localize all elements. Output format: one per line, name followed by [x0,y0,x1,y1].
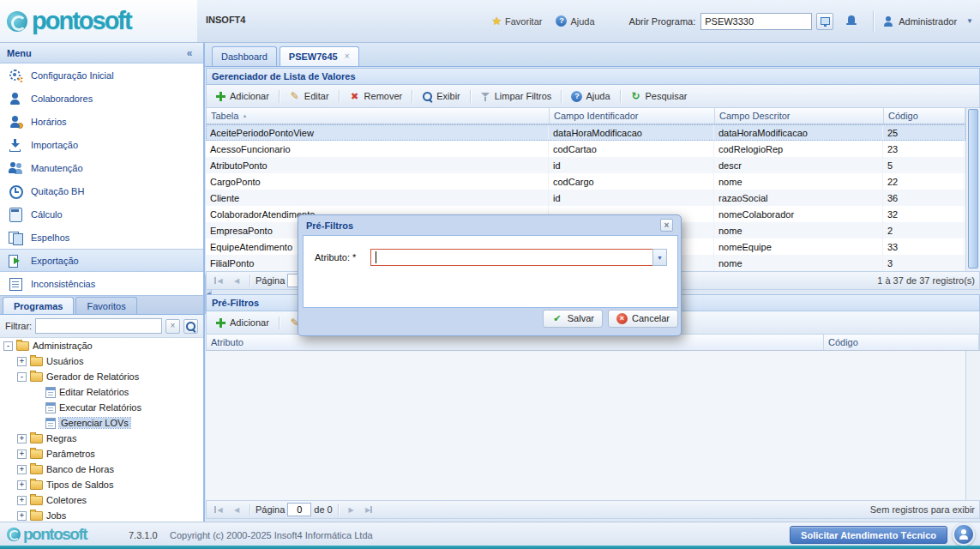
favorite-button[interactable]: ★ Favoritar [491,15,542,27]
expander-icon[interactable]: + [17,434,27,443]
column-header-atributo[interactable]: Atributo [207,335,824,350]
add-button[interactable]: Adicionar [210,88,274,105]
sidebar-item-label: Cálculo [31,209,63,220]
tree-node-label: Tipos de Saldos [46,480,113,490]
expander-icon[interactable]: + [17,465,27,474]
cancel-button[interactable]: ×Cancelar [608,310,678,328]
user-menu[interactable]: Administrador ▼ [882,15,973,27]
attribute-input[interactable] [370,249,652,266]
record-count: 1 à 37 de 37 registro(s) [877,275,975,286]
search-icon [185,321,196,332]
expander-icon[interactable]: + [17,480,27,490]
tree-node-gerador-de-relatorios[interactable]: -Gerador de Relatórios [0,369,203,384]
cell-codigo: 23 [883,141,965,157]
table-row[interactable]: ClienteidrazaoSocial36 [206,190,965,206]
topbar: pontosoft INSOFT4 ★ Favoritar ? Ajuda Ab… [0,0,980,43]
help-button[interactable]: ? Ajuda [556,15,594,27]
collapse-sidebar-icon[interactable]: « [183,47,196,59]
close-tab-icon[interactable]: × [345,52,350,61]
prev-page-button[interactable]: ◀ [229,273,244,288]
first-page-button[interactable]: ◀ [211,273,226,288]
tree-node-banco-de-horas[interactable]: +Banco de Horas [0,462,203,477]
add-button[interactable]: Adicionar [210,315,274,331]
clear-filter-icon[interactable]: × [165,319,180,334]
expander-icon[interactable]: - [3,341,13,351]
cell-codigo: 36 [883,190,965,206]
prefilter-dialog: Pré-Filtros × Atributo: * ▼ ✔Salvar ×Can… [298,214,682,336]
scrollbar-thumb[interactable] [968,109,978,268]
tree-node-parametros[interactable]: +Parâmetros [0,446,203,462]
star-icon: ★ [491,15,502,27]
close-dialog-icon[interactable]: × [660,219,673,232]
tab-dashboard[interactable]: Dashboard [212,46,277,66]
vertical-scrollbar-track[interactable] [965,351,980,500]
sidebar-item-espelhos[interactable]: Espelhos [0,226,203,249]
column-header-campo-descritor[interactable]: Campo Descritor [715,108,884,124]
tree-node-gerenciar-lovs[interactable]: Gerenciar LOVs [0,415,203,431]
view-button[interactable]: Exibir [417,88,466,105]
expander-icon[interactable]: + [17,449,27,459]
expander-icon[interactable]: + [17,511,27,521]
remove-button[interactable]: ✖Remover [344,87,408,105]
table-row[interactable]: AtributoPontoiddescr5 [206,157,965,173]
tab-programas[interactable]: Programas [3,297,74,314]
clear-filters-button[interactable]: Limpar Filtros [475,88,557,105]
sidebar-item-quitacao-bh[interactable]: Quitação BH [0,179,203,202]
page-number-input[interactable] [287,503,311,516]
column-header-tabela[interactable]: Tabela▲ [207,108,550,124]
report-page-icon [45,418,56,429]
last-page-button[interactable]: ▶ [362,502,377,517]
open-program-go-button[interactable] [816,13,833,30]
first-page-button[interactable]: ◀ [211,502,226,517]
sidebar-item-horarios[interactable]: Horários [0,110,203,133]
support-button[interactable]: Solicitar Atendimento Técnico [790,526,947,544]
search-filter-button[interactable] [183,319,198,334]
sidebar-item-importacao[interactable]: Importação [0,133,203,156]
tree-node-jobs[interactable]: +Jobs [0,508,203,522]
help-button[interactable]: ?Ajuda [566,88,615,105]
tree-node-usuarios[interactable]: +Usuários [0,353,203,369]
column-header-campo-identificador[interactable]: Campo Identificador [550,108,715,124]
tree-node-editar-relatorios[interactable]: Editar Relatórios [0,384,203,400]
sidebar-item-colaboradores[interactable]: Colaboradores [0,87,203,110]
tree-node-label: Banco de Horas [46,464,114,474]
column-header-codigo[interactable]: Código [884,108,965,124]
sidebar-item-exportacao[interactable]: Exportação [0,249,203,272]
table-row[interactable]: CargoPontocodCargonome22 [206,173,965,190]
support-badge-icon[interactable] [953,523,975,546]
search-button[interactable]: ↻Pesquisar [625,87,693,105]
column-header-codigo[interactable]: Código [824,335,979,350]
folder-icon [30,496,43,505]
notifications-bell-icon[interactable] [845,15,857,27]
sidebar-item-manutencao[interactable]: Manutenção [0,156,203,179]
open-program-input[interactable] [700,13,812,30]
sidebar-item-configuracao-inicial[interactable]: Configuração Inicial [0,63,203,87]
table-row[interactable]: AceitePeriodoPontoViewdataHoraModificaca… [206,124,965,141]
edit-button[interactable]: ✎Editar [284,87,334,105]
vertical-scrollbar[interactable] [965,108,980,271]
tab-label: PSEW7645 [289,51,338,62]
sidebar-item-inconsistencias[interactable]: Inconsistências [0,272,203,295]
tree-node-executar-relatorios[interactable]: Executar Relatórios [0,400,203,415]
sidebar-item-calculo[interactable]: Cálculo [0,202,203,226]
expander-icon[interactable]: - [17,372,27,382]
filter-input[interactable] [35,318,162,334]
tab-psew7645[interactable]: PSEW7645× [280,46,359,66]
table-row[interactable]: AcessoFuncionariocodCartaocodRelogioRep2… [206,141,965,157]
sidebar: Menu « Configuração Inicial Colaboradore… [0,43,204,522]
tree-node-administracao[interactable]: -Administração [0,338,203,353]
dialog-header[interactable]: Pré-Filtros × [298,215,681,235]
save-button[interactable]: ✔Salvar [543,310,603,328]
tree-node-tipos-de-saldos[interactable]: +Tipos de Saldos [0,477,203,492]
expander-spacer [33,388,42,397]
prev-page-button[interactable]: ◀ [229,502,244,517]
expander-icon[interactable]: + [17,357,27,366]
logo: pontosoft [0,0,197,42]
next-page-button[interactable]: ▶ [344,502,359,517]
sidebar-item-label: Exportação [31,256,79,266]
tab-favoritos[interactable]: Favoritos [75,297,136,314]
tree-node-coletores[interactable]: +Coletores [0,492,203,508]
combobox-trigger-icon[interactable]: ▼ [652,249,667,266]
expander-icon[interactable]: + [17,496,27,505]
tree-node-regras[interactable]: +Regras [0,431,203,446]
